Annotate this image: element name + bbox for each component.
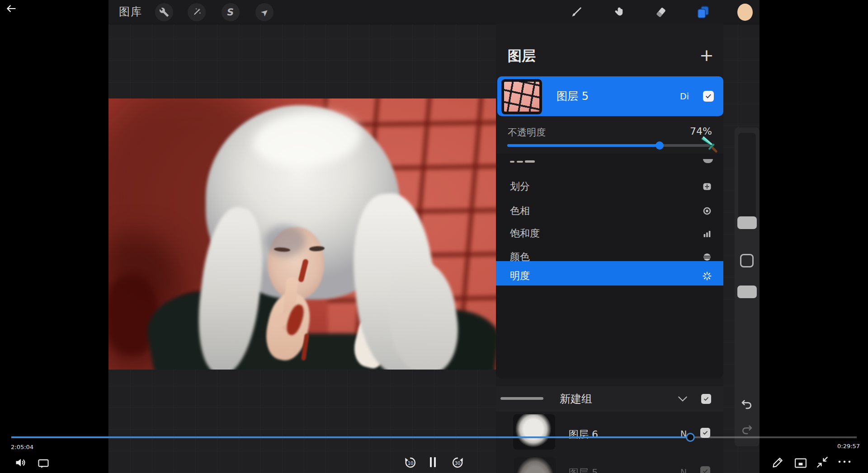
group-color-bar [500, 397, 543, 400]
current-time: 2:05:04 [11, 444, 33, 450]
layers-panel-title: 图层 [508, 47, 536, 66]
annotate-pencil-button[interactable] [771, 455, 785, 469]
video-content[interactable]: 图库 S ➤ [108, 0, 760, 473]
blend-item-luminosity-selected[interactable]: 明度 [496, 261, 723, 286]
group-name: 新建组 [560, 386, 592, 412]
checkmark-icon [702, 468, 708, 473]
brush-opacity-slider-handle[interactable] [737, 286, 757, 298]
svg-text:30: 30 [455, 461, 461, 466]
layer-row-partial[interactable]: 图层 5 N [496, 454, 723, 473]
layers-button[interactable] [695, 5, 711, 20]
modify-button[interactable] [740, 254, 754, 267]
opacity-slider-knob[interactable] [656, 141, 664, 150]
canvas-artwork [108, 98, 496, 370]
svg-text:10: 10 [408, 461, 414, 466]
progress-bar-remaining[interactable] [695, 436, 857, 438]
color-button[interactable] [737, 5, 753, 20]
magic-wand-icon [192, 7, 202, 17]
opacity-slider[interactable] [507, 144, 713, 147]
partial-icon [703, 159, 713, 163]
artwork-face-shadow [264, 225, 305, 257]
back-button[interactable] [5, 3, 17, 14]
rewind-10-button[interactable]: 10 [403, 455, 418, 470]
layer-visibility-checkbox[interactable] [700, 466, 710, 473]
opacity-label: 不透明度 [508, 126, 546, 139]
layer-thumbnail[interactable] [514, 457, 556, 473]
hue-icon [702, 206, 712, 216]
brush-button[interactable] [569, 5, 584, 20]
saturation-icon [702, 228, 712, 239]
layer-name: 图层 5 [569, 466, 598, 473]
group-visibility-checkbox[interactable] [701, 394, 711, 404]
layer-name: 图层 6 [569, 428, 598, 441]
eraser-icon [655, 6, 667, 19]
video-player: 图库 S ➤ [0, 0, 868, 473]
checkmark-icon [702, 430, 708, 436]
subtitles-button[interactable] [37, 457, 50, 470]
exit-fullscreen-button[interactable] [816, 455, 829, 469]
procreate-top-toolbar: 图库 S ➤ [108, 0, 760, 24]
eraser-button[interactable] [653, 5, 669, 20]
layer-thumbnail[interactable] [513, 414, 555, 450]
divide-icon [702, 181, 712, 192]
blend-item-hue[interactable]: 色相 [496, 199, 723, 223]
selection-button[interactable]: S [222, 3, 240, 21]
layers-panel: 图层 + 图层 5 Di 不透明度 74% [496, 24, 723, 473]
blend-item-label: 饱和度 [510, 221, 540, 246]
selection-s-icon: S [226, 7, 235, 18]
transform-button[interactable]: ➤ [255, 3, 274, 21]
pause-bar [430, 457, 432, 467]
forward-30-button[interactable]: 30 [450, 455, 465, 470]
pip-button[interactable] [794, 457, 807, 469]
sword-cursor-icon [698, 134, 719, 155]
checkmark-icon [705, 93, 712, 100]
luminosity-icon [702, 271, 712, 281]
checkmark-icon [703, 396, 709, 402]
more-options-button[interactable] [837, 458, 852, 465]
blend-item-label: 明度 [510, 264, 530, 288]
blend-item-partial[interactable] [496, 157, 723, 165]
layer-thumbnail[interactable] [501, 79, 542, 114]
brush-size-track [738, 133, 756, 220]
add-layer-button[interactable]: + [697, 45, 717, 65]
volume-button[interactable] [14, 456, 27, 469]
pause-bar [434, 457, 436, 467]
redo-button[interactable] [740, 423, 754, 436]
blend-item-label: 划分 [510, 174, 530, 199]
layers-icon [696, 5, 710, 19]
blend-item-saturation[interactable]: 饱和度 [496, 221, 723, 246]
color-swatch [737, 4, 753, 21]
remaining-time: 0:29:57 [837, 443, 860, 450]
opacity-slider-fill [507, 144, 660, 147]
layer-group-row[interactable]: 新建组 [496, 386, 723, 412]
blend-item-label: 色相 [510, 199, 530, 223]
pause-button[interactable] [430, 457, 437, 467]
blend-item-divide[interactable]: 划分 [496, 174, 723, 199]
gallery-button[interactable]: 图库 [119, 0, 142, 24]
smudge-button[interactable] [611, 5, 626, 20]
layer-name: 图层 5 [557, 76, 589, 116]
progress-bar-filled[interactable] [11, 436, 686, 438]
wrench-icon [159, 7, 169, 17]
undo-button[interactable] [740, 398, 754, 411]
brush-size-slider-handle[interactable] [737, 216, 757, 229]
adjustments-button[interactable] [188, 3, 206, 21]
brush-icon [570, 5, 583, 19]
smudge-finger-icon [612, 6, 625, 19]
layer-visibility-checkbox[interactable] [703, 91, 714, 102]
layer-row-selected[interactable]: 图层 5 Di [497, 76, 723, 116]
blend-mode-badge[interactable]: Di [680, 76, 689, 116]
actions-button[interactable] [155, 3, 173, 21]
progress-knob[interactable] [686, 433, 695, 442]
transform-arrow-icon: ➤ [258, 5, 271, 19]
chevron-down-icon[interactable] [677, 394, 689, 404]
blend-mode-list: 划分 色相 饱和度 颜色 [496, 154, 723, 379]
blend-mode-badge[interactable]: N [680, 467, 687, 473]
